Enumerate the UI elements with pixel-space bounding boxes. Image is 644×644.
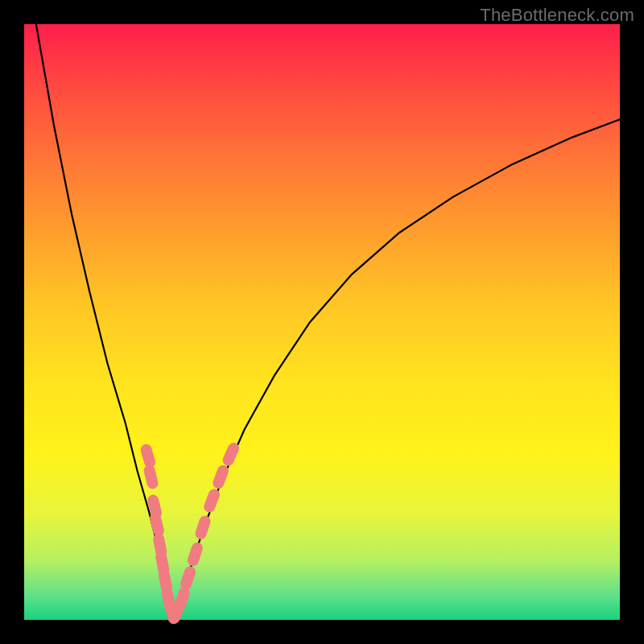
curve-marker [221, 441, 241, 468]
bottleneck-curve [36, 24, 620, 617]
curve-marker [202, 487, 221, 514]
curve-svg [24, 24, 620, 620]
curve-marker [194, 514, 213, 541]
curve-marker [179, 565, 197, 592]
watermark-text: TheBottleneck.com [480, 5, 634, 26]
curve-marker [142, 464, 159, 489]
plot-area [24, 24, 620, 620]
curve-marker [149, 511, 166, 537]
chart-frame: TheBottleneck.com [0, 0, 644, 644]
curve-marker [186, 541, 204, 568]
curve-marker [173, 586, 192, 613]
marker-group [139, 441, 241, 625]
curve-marker [211, 464, 230, 490]
